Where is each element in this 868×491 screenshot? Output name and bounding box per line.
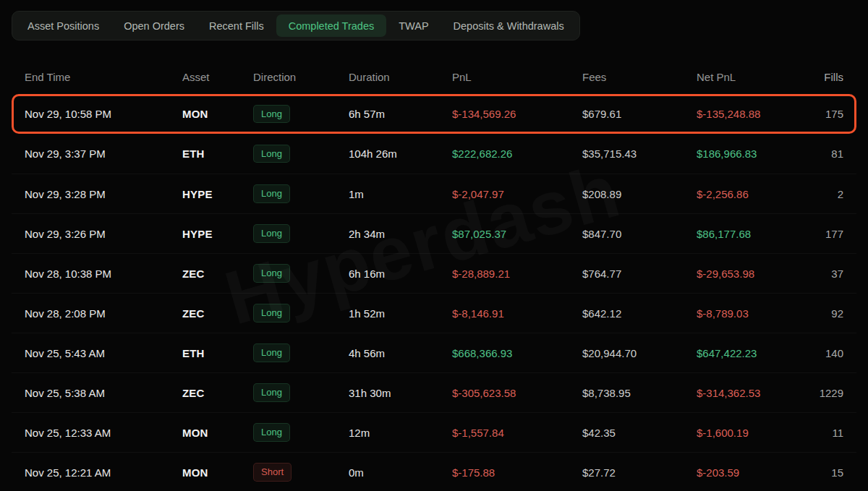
cell-direction: Long bbox=[253, 343, 349, 362]
cell-direction: Long bbox=[253, 383, 349, 402]
cell-direction: Long bbox=[253, 423, 349, 442]
cell-asset: MON bbox=[182, 108, 253, 120]
cell-end-time: Nov 28, 2:08 PM bbox=[25, 307, 182, 320]
cell-pnl: $-8,146.91 bbox=[452, 307, 582, 320]
direction-badge-long: Long bbox=[253, 264, 290, 283]
cell-end-time: Nov 25, 12:21 AM bbox=[25, 466, 182, 479]
cell-direction: Long bbox=[253, 224, 349, 243]
table-body: Nov 29, 10:58 PMMONLong6h 57m$-134,569.2… bbox=[12, 94, 856, 491]
cell-fees: $35,715.43 bbox=[582, 148, 697, 160]
table-row[interactable]: Nov 25, 12:21 AMMONShort0m$-175.88$27.72… bbox=[12, 452, 856, 491]
column-header-end-time: End Time bbox=[25, 71, 182, 83]
cell-asset: ETH bbox=[182, 347, 253, 359]
cell-fills: 11 bbox=[801, 427, 843, 439]
cell-end-time: Nov 29, 3:26 PM bbox=[25, 228, 182, 240]
table-row[interactable]: Nov 25, 5:43 AMETHLong4h 56m$668,366.93$… bbox=[12, 333, 856, 372]
cell-duration: 6h 16m bbox=[349, 268, 452, 280]
table-row[interactable]: Nov 29, 3:26 PMHYPELong2h 34m$87,025.37$… bbox=[12, 213, 856, 253]
table-row[interactable]: Nov 29, 3:37 PMETHLong104h 26m$222,682.2… bbox=[12, 134, 856, 174]
cell-asset: ETH bbox=[182, 148, 253, 160]
cell-direction: Long bbox=[253, 264, 349, 283]
column-header-pnl: PnL bbox=[452, 71, 582, 83]
direction-badge-short: Short bbox=[253, 463, 292, 482]
cell-duration: 6h 57m bbox=[349, 108, 452, 120]
tab-asset-positions[interactable]: Asset Positions bbox=[15, 14, 111, 37]
cell-end-time: Nov 25, 5:43 AM bbox=[25, 347, 182, 359]
trades-tab-bar: Asset PositionsOpen OrdersRecent FillsCo… bbox=[12, 11, 580, 40]
cell-asset: ZEC bbox=[182, 387, 253, 399]
cell-fees: $27.72 bbox=[582, 466, 697, 479]
column-header-net-pnl: Net PnL bbox=[697, 71, 801, 83]
cell-fills: 81 bbox=[801, 148, 843, 160]
cell-direction: Long bbox=[253, 145, 349, 163]
cell-duration: 12m bbox=[349, 427, 452, 439]
direction-badge-long: Long bbox=[253, 145, 290, 163]
column-header-duration: Duration bbox=[349, 71, 452, 83]
cell-net-pnl: $86,177.68 bbox=[697, 228, 801, 240]
table-row[interactable]: Nov 29, 3:28 PMHYPELong1m$-2,047.97$208.… bbox=[12, 174, 856, 213]
table-row[interactable]: Nov 28, 10:38 PMZECLong6h 16m$-28,889.21… bbox=[12, 253, 856, 293]
cell-end-time: Nov 29, 3:37 PM bbox=[25, 148, 182, 160]
cell-pnl: $-305,623.58 bbox=[452, 387, 582, 399]
cell-pnl: $87,025.37 bbox=[452, 228, 582, 240]
cell-pnl: $-1,557.84 bbox=[452, 427, 582, 439]
direction-badge-long: Long bbox=[253, 304, 290, 323]
cell-asset: MON bbox=[182, 427, 253, 439]
cell-direction: Long bbox=[253, 184, 349, 203]
cell-direction: Long bbox=[253, 105, 349, 124]
cell-fills: 37 bbox=[801, 268, 843, 280]
cell-asset: ZEC bbox=[182, 307, 253, 320]
cell-net-pnl: $647,422.23 bbox=[697, 347, 801, 359]
cell-fees: $847.70 bbox=[582, 228, 697, 240]
cell-net-pnl: $-314,362.53 bbox=[697, 387, 801, 399]
direction-badge-long: Long bbox=[253, 343, 290, 362]
tab-completed-trades[interactable]: Completed Trades bbox=[276, 14, 386, 37]
cell-end-time: Nov 29, 3:28 PM bbox=[25, 188, 182, 200]
cell-duration: 1m bbox=[349, 188, 452, 200]
cell-end-time: Nov 29, 10:58 PM bbox=[25, 108, 182, 120]
cell-net-pnl: $-203.59 bbox=[697, 466, 801, 479]
cell-duration: 0m bbox=[349, 466, 452, 479]
cell-fills: 177 bbox=[801, 228, 843, 240]
tab-recent-fills[interactable]: Recent Fills bbox=[197, 14, 276, 37]
cell-fees: $20,944.70 bbox=[582, 347, 697, 359]
cell-fees: $8,738.95 bbox=[582, 387, 697, 399]
cell-pnl: $-134,569.26 bbox=[452, 108, 582, 120]
tab-deposits-withdrawals[interactable]: Deposits & Withdrawals bbox=[441, 14, 576, 37]
cell-fees: $679.61 bbox=[582, 108, 697, 120]
cell-fills: 140 bbox=[801, 347, 843, 359]
direction-badge-long: Long bbox=[253, 383, 290, 402]
cell-end-time: Nov 25, 5:38 AM bbox=[25, 387, 182, 399]
cell-net-pnl: $-135,248.88 bbox=[697, 108, 801, 120]
cell-duration: 2h 34m bbox=[349, 228, 452, 240]
cell-end-time: Nov 25, 12:33 AM bbox=[25, 427, 182, 439]
cell-fills: 2 bbox=[801, 188, 843, 200]
table-row[interactable]: Nov 28, 2:08 PMZECLong1h 52m$-8,146.91$6… bbox=[12, 293, 856, 333]
cell-fills: 92 bbox=[801, 307, 843, 320]
cell-fills: 15 bbox=[801, 466, 843, 479]
table-row[interactable]: Nov 29, 10:58 PMMONLong6h 57m$-134,569.2… bbox=[12, 94, 856, 134]
column-header-fills: Fills bbox=[801, 71, 843, 83]
cell-fees: $764.77 bbox=[582, 268, 697, 280]
cell-net-pnl: $-29,653.98 bbox=[697, 268, 801, 280]
table-header-row: End TimeAssetDirectionDurationPnLFeesNet… bbox=[12, 59, 856, 94]
cell-end-time: Nov 28, 10:38 PM bbox=[25, 268, 182, 280]
cell-pnl: $222,682.26 bbox=[452, 148, 582, 160]
cell-pnl: $-175.88 bbox=[452, 466, 582, 479]
cell-asset: ZEC bbox=[182, 268, 253, 280]
cell-net-pnl: $186,966.83 bbox=[697, 148, 801, 160]
direction-badge-long: Long bbox=[253, 224, 290, 243]
table-row[interactable]: Nov 25, 12:33 AMMONLong12m$-1,557.84$42.… bbox=[12, 412, 856, 452]
cell-fees: $642.12 bbox=[582, 307, 697, 320]
cell-fills: 1229 bbox=[801, 387, 843, 399]
cell-asset: MON bbox=[182, 466, 253, 479]
cell-fees: $208.89 bbox=[582, 188, 697, 200]
cell-direction: Short bbox=[253, 463, 349, 482]
column-header-asset: Asset bbox=[182, 71, 253, 83]
cell-duration: 4h 56m bbox=[349, 347, 452, 359]
column-header-direction: Direction bbox=[253, 71, 349, 83]
direction-badge-long: Long bbox=[253, 105, 290, 124]
table-row[interactable]: Nov 25, 5:38 AMZECLong31h 30m$-305,623.5… bbox=[12, 372, 856, 412]
tab-open-orders[interactable]: Open Orders bbox=[111, 14, 197, 37]
tab-twap[interactable]: TWAP bbox=[386, 14, 441, 37]
